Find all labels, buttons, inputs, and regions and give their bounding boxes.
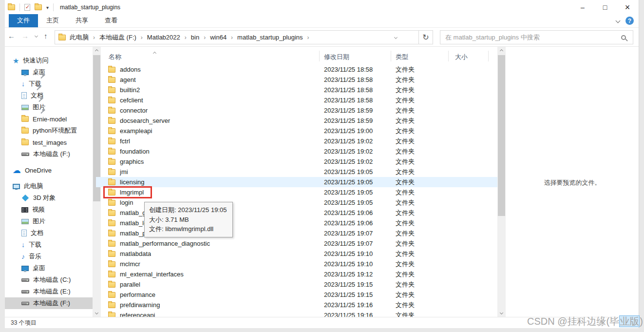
properties-check-icon[interactable]	[24, 4, 30, 11]
breadcrumb-item[interactable]: Matlab2022	[146, 34, 181, 41]
scroll-down-icon[interactable]	[497, 309, 506, 317]
help-icon[interactable]: ?	[625, 17, 634, 25]
file-name: connector	[120, 107, 148, 114]
folder-icon	[21, 139, 29, 145]
sidebar-item-桌面[interactable]: 桌面	[5, 66, 93, 78]
scroll-up-icon[interactable]	[497, 47, 506, 55]
file-row-cefclient[interactable]: cefclient2023/11/25 18:58文件夹	[96, 95, 497, 105]
sidebar-item-下载[interactable]: ↓下载	[5, 78, 93, 90]
folder-icon	[108, 77, 115, 83]
sidebar-item-python环境配置[interactable]: python环境配置	[5, 125, 93, 137]
sidebar-item-音乐[interactable]: ♪音乐	[5, 251, 93, 262]
file-name: agent	[120, 76, 136, 83]
file-row-builtin2[interactable]: builtin22023/11/25 18:58文件夹	[96, 85, 497, 95]
file-row-addons[interactable]: addons2023/11/25 18:58文件夹	[96, 64, 497, 75]
preview-pane: 选择要预览的文件。	[506, 47, 639, 317]
sidebar-item-文档[interactable]: 文档	[5, 90, 93, 101]
column-header-type[interactable]: 类型	[396, 53, 408, 61]
breadcrumb-separator-icon: ›	[181, 34, 190, 41]
new-folder-icon[interactable]	[35, 4, 42, 10]
sidebar-item-本地磁盘 (F:)[interactable]: 本地磁盘 (F:)	[5, 148, 93, 160]
tab-共享[interactable]: 共享	[67, 14, 96, 27]
sidebar-item-label: 视频	[32, 205, 45, 214]
file-row-prefdirwarning[interactable]: prefdirwarning2023/11/25 19:16文件夹	[96, 300, 497, 310]
scrollbar-thumb[interactable]	[498, 55, 505, 216]
file-row-graphics[interactable]: graphics2023/11/25 19:02文件夹	[96, 156, 497, 167]
sidebar-item-3D 对象[interactable]: 3D 对象	[5, 192, 93, 204]
refresh-button[interactable]: ↻	[419, 30, 433, 44]
file-date-modified: 2023/11/25 19:10	[324, 260, 373, 268]
breadcrumb-item[interactable]: 此电脑	[69, 33, 90, 42]
file-row-jmi[interactable]: jmi2023/11/25 19:05文件夹	[96, 167, 497, 177]
file-date-modified: 2023/11/25 19:05	[324, 199, 373, 206]
folder-icon	[108, 272, 115, 277]
address-dropdown-chevron-icon[interactable]	[394, 36, 398, 39]
file-row-ml_external_interfaces[interactable]: ml_external_interfaces2023/11/25 19:12文件…	[96, 269, 497, 279]
breadcrumb-item[interactable]: matlab_startup_plugins	[236, 34, 303, 41]
qat-customize-chevron-icon[interactable]: ▾	[46, 5, 49, 10]
file-row-mclmcr[interactable]: mclmcr2023/11/25 19:10文件夹	[96, 259, 497, 269]
file-type: 文件夹	[396, 147, 415, 156]
sidebar-item-快速访问[interactable]: ★快速访问	[5, 55, 93, 66]
tab-查看[interactable]: 查看	[96, 14, 126, 27]
file-row-lmgrimpl[interactable]: lmgrimpl2023/11/25 19:05文件夹	[96, 187, 497, 197]
sidebar-item-下载[interactable]: ↓下载	[5, 239, 93, 251]
file-row-referenceapi[interactable]: referenceapi2023/11/25 19:16文件夹	[96, 310, 497, 317]
search-icon[interactable]	[621, 35, 626, 40]
app-folder-icon	[8, 4, 15, 10]
search-box[interactable]	[440, 30, 633, 44]
tab-主页[interactable]: 主页	[38, 14, 67, 27]
file-row-connector[interactable]: connector2023/11/25 18:59文件夹	[96, 105, 497, 116]
folder-icon	[108, 312, 115, 317]
up-button[interactable]: ↑	[44, 32, 48, 40]
column-header-date[interactable]: 修改日期	[324, 53, 349, 61]
sidebar-item-label: 下载	[29, 240, 41, 249]
breadcrumb: 此电脑›本地磁盘 (F:)›Matlab2022›bin›win64›matla…	[69, 33, 313, 42]
column-header-name[interactable]: 名称	[109, 53, 121, 61]
breadcrumb-item[interactable]: win64	[209, 34, 227, 41]
sidebar-item-图片[interactable]: 图片	[5, 215, 93, 227]
filelist-scrollbar[interactable]	[497, 47, 506, 317]
sidebar-item-文档[interactable]: 文档	[5, 227, 93, 239]
file-type: 文件夹	[396, 168, 415, 176]
minimize-button[interactable]: –	[571, 0, 594, 15]
file-row-agent[interactable]: agent2023/11/25 18:58文件夹	[96, 75, 497, 85]
address-bar[interactable]: 此电脑›本地磁盘 (F:)›Matlab2022›bin›win64›matla…	[55, 30, 419, 44]
explorer-window: ▾ matlab_startup_plugins – □ × 文件主页共享查看 …	[5, 0, 639, 328]
sidebar-item-OneDrive[interactable]: ☁OneDrive	[5, 164, 93, 176]
file-row-fctrl[interactable]: fctrl2023/11/25 19:02文件夹	[96, 136, 497, 146]
sidebar-item-test_images[interactable]: test_images	[5, 137, 93, 148]
item-count: 33 个项目	[11, 319, 37, 327]
search-input[interactable]	[440, 34, 621, 41]
sidebar-item-图片[interactable]: 图片	[5, 101, 93, 113]
sidebar-item-本地磁盘 (F:)[interactable]: 本地磁盘 (F:)	[5, 297, 93, 309]
file-row-matlab_performance_diagnostic[interactable]: matlab_performance_diagnostic2023/11/25 …	[96, 238, 497, 249]
ribbon-collapse-chevron-icon[interactable]	[616, 19, 621, 23]
file-row-docsearch_server[interactable]: docsearch_server2023/11/25 18:59文件夹	[96, 116, 497, 126]
folder-icon	[21, 116, 29, 122]
file-list: 名称 修改日期 类型 大小 addons2023/11/25 18:58文件夹a…	[96, 47, 497, 317]
file-row-matlabdata[interactable]: matlabdata2023/11/25 19:10文件夹	[96, 249, 497, 259]
sidebar-item-视频[interactable]: 视频	[5, 204, 93, 215]
tab-文件[interactable]: 文件	[9, 14, 38, 27]
sidebar-item-本地磁盘 (E:)[interactable]: 本地磁盘 (E:)	[5, 286, 93, 297]
sidebar-item-Ernie-model[interactable]: Ernie-model	[5, 113, 93, 125]
close-button[interactable]: ×	[616, 0, 639, 15]
sidebar-item-此电脑[interactable]: 此电脑	[5, 180, 93, 192]
file-row-exampleapi[interactable]: exampleapi2023/11/25 19:00文件夹	[96, 126, 497, 136]
file-row-performance[interactable]: performance2023/11/25 19:15文件夹	[96, 290, 497, 300]
file-row-licensing[interactable]: licensing2023/11/25 19:05文件夹	[96, 177, 497, 187]
folder-icon	[108, 261, 115, 267]
breadcrumb-item[interactable]: bin	[190, 34, 200, 41]
maximize-button[interactable]: □	[594, 0, 616, 15]
breadcrumb-item[interactable]: 本地磁盘 (F:)	[98, 33, 137, 42]
sidebar-item-本地磁盘 (C:)[interactable]: 本地磁盘 (C:)	[5, 274, 93, 286]
file-type: 文件夹	[396, 280, 415, 289]
sidebar-item-label: 图片	[33, 217, 45, 226]
column-header-size[interactable]: 大小	[455, 53, 468, 61]
file-row-foundation[interactable]: foundation2023/11/25 19:02文件夹	[96, 146, 497, 156]
file-row-parallel[interactable]: parallel2023/11/25 19:15文件夹	[96, 279, 497, 290]
back-button[interactable]: ←	[8, 32, 15, 40]
sidebar-item-桌面[interactable]: 桌面	[5, 262, 93, 274]
history-chevron-icon[interactable]	[35, 34, 38, 38]
